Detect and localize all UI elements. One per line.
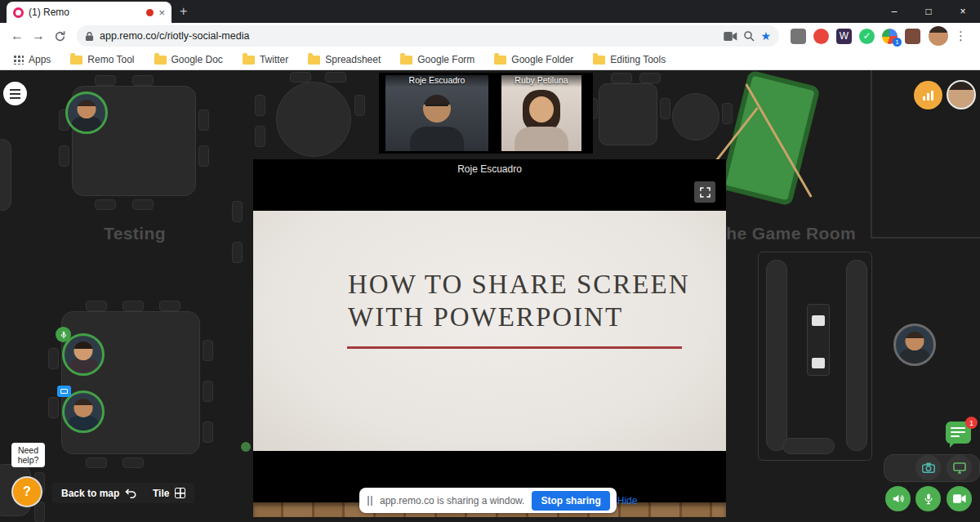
participant-avatar[interactable] xyxy=(65,91,108,134)
bookmark-google-folder[interactable]: Google Folder xyxy=(494,54,573,65)
hide-link[interactable]: Hide xyxy=(617,495,638,506)
tab-close-icon[interactable]: × xyxy=(158,7,165,18)
chair xyxy=(86,457,107,468)
bookmark-google-form[interactable]: Google Form xyxy=(400,54,474,65)
chair xyxy=(122,301,144,311)
video-feed-ruby[interactable]: Ruby Petiluna xyxy=(501,75,581,151)
lock-icon xyxy=(85,31,94,42)
speaker-button[interactable] xyxy=(885,486,911,511)
folder-icon xyxy=(154,56,167,65)
minimize-button[interactable]: – xyxy=(877,0,911,23)
back-button[interactable]: ← xyxy=(7,25,28,47)
avatar-head xyxy=(74,341,93,360)
browser-menu-icon[interactable]: ⋮ xyxy=(948,29,973,43)
folder-icon xyxy=(494,56,506,65)
tile-view-button[interactable]: Tile xyxy=(144,483,194,503)
bookmark-twitter[interactable]: Twitter xyxy=(243,54,288,65)
bookmark-star-icon[interactable]: ★ xyxy=(760,29,771,42)
chair xyxy=(639,73,661,83)
slide-underline xyxy=(347,346,682,349)
forward-button[interactable]: → xyxy=(28,25,49,47)
speaker-icon xyxy=(892,493,904,505)
apps-shortcut[interactable]: Apps xyxy=(13,54,51,65)
chair xyxy=(48,348,59,369)
extension-badge: 1 xyxy=(893,38,902,47)
tab-strip: (1) Remo × + – □ × xyxy=(0,0,980,23)
glasses xyxy=(425,105,448,109)
undo-arrow-icon xyxy=(125,489,136,498)
chair xyxy=(34,502,45,522)
bookmark-label: Spreadsheet xyxy=(325,54,381,65)
maximize-button[interactable]: □ xyxy=(911,0,946,23)
couch xyxy=(766,260,787,451)
video-camera-button[interactable] xyxy=(947,486,972,511)
bookmark-label: Editing Tools xyxy=(610,54,666,65)
extension-gray-icon[interactable] xyxy=(791,29,806,44)
chair xyxy=(198,145,209,167)
participant-avatar[interactable] xyxy=(893,323,936,366)
chair xyxy=(354,95,365,116)
address-bar[interactable]: app.remo.co/c/riotly-social-media ★ xyxy=(77,25,779,47)
browser-profile-avatar[interactable] xyxy=(929,26,948,46)
table-round[interactable] xyxy=(672,93,719,141)
table-shape[interactable] xyxy=(599,83,657,145)
bookmark-spreadsheet[interactable]: Spreadsheet xyxy=(308,54,381,65)
avatar-body xyxy=(899,349,930,366)
table-round[interactable] xyxy=(276,82,351,157)
bookmark-remo-tool[interactable]: Remo Tool xyxy=(70,54,134,65)
chair xyxy=(290,72,311,83)
stop-sharing-button[interactable]: Stop sharing xyxy=(532,491,609,511)
url-text: app.remo.co/c/riotly-social-media xyxy=(100,30,718,42)
browser-tab[interactable]: (1) Remo × xyxy=(7,2,172,23)
chair xyxy=(255,126,265,147)
extension-w-icon[interactable]: W xyxy=(836,29,852,44)
microphone-button[interactable] xyxy=(915,486,941,511)
screen-share-button[interactable] xyxy=(947,455,972,480)
couch xyxy=(846,260,867,451)
extension-red-icon[interactable] xyxy=(813,29,829,44)
drag-handle[interactable] xyxy=(368,496,372,506)
profile-avatar[interactable] xyxy=(947,80,976,109)
extension-multicolor-icon[interactable]: 1 xyxy=(882,29,898,44)
table-item xyxy=(812,315,825,326)
chair xyxy=(232,242,243,263)
extension-brown-icon[interactable] xyxy=(905,29,920,44)
back-to-map-label: Back to map xyxy=(61,488,119,499)
video-name-label: Ruby Petiluna xyxy=(501,75,581,87)
zoom-icon[interactable] xyxy=(743,30,755,42)
bookmarks-bar: Apps Remo Tool Google Doc Twitter Spread… xyxy=(0,49,980,70)
window-close-button[interactable]: × xyxy=(946,0,980,23)
apps-grid-icon xyxy=(13,54,24,65)
back-to-map-button[interactable]: Back to map xyxy=(52,483,145,503)
folder-icon xyxy=(593,56,605,65)
bookmark-google-doc[interactable]: Google Doc xyxy=(154,54,223,65)
video-camera-icon xyxy=(953,494,966,503)
fullscreen-button[interactable] xyxy=(694,181,715,203)
camera-indicator-icon[interactable] xyxy=(724,32,737,41)
bar-chart-icon xyxy=(922,90,935,101)
couch xyxy=(782,438,835,454)
help-button[interactable]: ? xyxy=(13,478,41,506)
extension-check-icon[interactable]: ✓ xyxy=(859,29,875,44)
table-item xyxy=(812,358,825,368)
chair xyxy=(132,75,154,86)
monitor-icon xyxy=(953,462,966,474)
bookmark-label: Twitter xyxy=(260,54,288,65)
chair xyxy=(203,381,213,402)
new-tab-button[interactable]: + xyxy=(180,5,187,18)
microphone-icon xyxy=(923,493,934,505)
camera-mode-button[interactable] xyxy=(915,455,941,480)
tile-label: Tile xyxy=(153,488,169,499)
bookmark-label: Google Doc xyxy=(172,54,223,65)
analytics-button[interactable] xyxy=(914,81,942,109)
menu-hamburger-button[interactable] xyxy=(3,82,27,105)
video-feed-roje[interactable]: Roje Escuadro xyxy=(385,75,488,151)
folder-icon xyxy=(308,56,320,65)
reload-button[interactable] xyxy=(49,25,70,47)
room-label-testing: Testing xyxy=(74,224,196,243)
chair xyxy=(198,109,209,131)
bookmark-editing-tools[interactable]: Editing Tools xyxy=(593,54,666,65)
presenter-name: Roje Escuadro xyxy=(253,163,726,175)
chair xyxy=(159,301,180,311)
slide-title-line1: HOW TO SHARE SCREEN xyxy=(348,268,689,301)
